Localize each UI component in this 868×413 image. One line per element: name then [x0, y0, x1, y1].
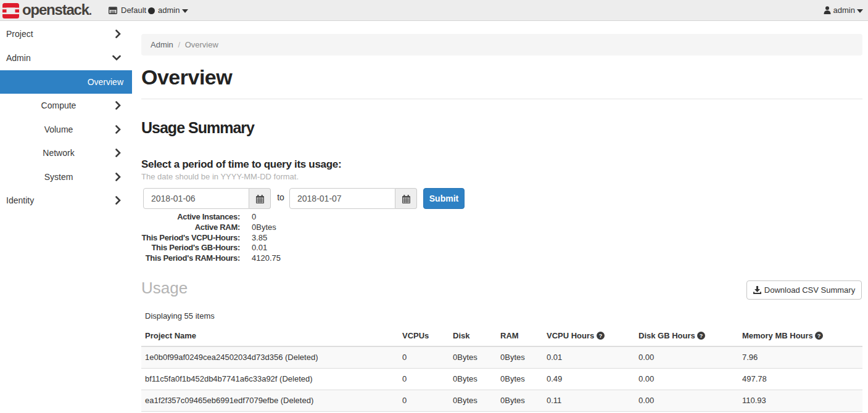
svg-text:?: ?: [817, 333, 821, 339]
svg-text:?: ?: [700, 333, 703, 339]
svg-text:?: ?: [599, 333, 603, 339]
